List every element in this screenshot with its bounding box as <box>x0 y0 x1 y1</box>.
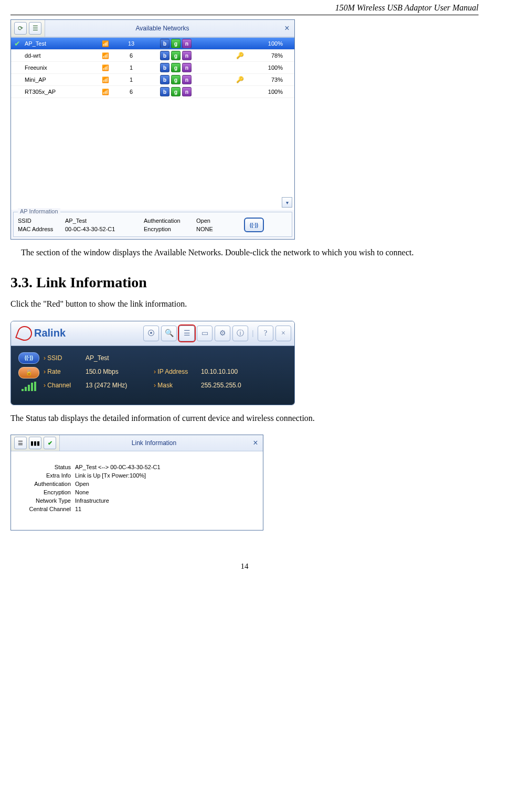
about-icon[interactable]: ⓘ <box>232 326 248 341</box>
label-central-channel: Central Channel <box>17 506 75 512</box>
badge-n-icon: n <box>182 87 192 96</box>
status-icons: ((·)) 🔓 <box>14 351 44 397</box>
titlebar-toolbar: ⟳ ☰ <box>11 20 45 37</box>
badge-g-icon: g <box>171 75 180 84</box>
value-status: AP_Test <--> 00-0C-43-30-52-C1 <box>75 464 257 470</box>
value-central-channel: 11 <box>75 506 257 512</box>
mode-badges: b g n <box>150 75 233 84</box>
badge-g-icon: g <box>171 51 180 60</box>
network-row[interactable]: Mini_AP 📶 1 b g n 🔑 73% <box>11 74 294 86</box>
connect-button[interactable] <box>238 218 270 232</box>
window-title: Link Information <box>60 439 248 447</box>
page-header: 150M Wireless USB Adaptor User Manual <box>10 0 479 15</box>
link-summary-grid: SSID AP_Test Rate 150.0 Mbps IP Address … <box>44 351 288 397</box>
separator: | <box>250 326 256 341</box>
badge-g-icon: g <box>171 39 180 48</box>
badge-b-icon: b <box>160 75 169 84</box>
badge-n-icon: n <box>182 63 192 72</box>
network-row[interactable]: Freeunix 📶 1 b g n 100% <box>11 62 294 74</box>
close-icon[interactable]: × <box>275 326 291 341</box>
antenna-icon: 📶 <box>98 89 113 95</box>
signal-percent: 100% <box>246 40 292 47</box>
label-ssid: SSID <box>18 218 65 224</box>
value-ssid: AP_Test <box>86 354 154 362</box>
check-icon: ✔ <box>11 39 24 48</box>
network-row[interactable]: RT305x_AP 📶 6 b g n 100% <box>11 86 294 98</box>
toolbar: Ralink ⦿ 🔍 ☰ ▭ ⚙ ⓘ | ? × <box>11 321 294 346</box>
stats-tab-icon[interactable]: ✔ <box>44 437 56 449</box>
signal-percent: 73% <box>246 77 292 83</box>
label-status: Status <box>17 464 75 470</box>
badge-g-icon: g <box>171 63 180 72</box>
advanced-icon[interactable]: ⚙ <box>215 326 230 341</box>
window-title: Available Networks <box>45 25 280 32</box>
network-name: AP_Test <box>24 40 98 47</box>
label-ssid: SSID <box>44 354 86 362</box>
value-enc: None <box>75 489 257 495</box>
body-paragraph: The Status tab displays the detailed inf… <box>10 413 479 424</box>
list-icon[interactable]: ☰ <box>29 22 41 35</box>
link-info-grid: Status AP_Test <--> 00-0C-43-30-52-C1 Ex… <box>17 464 257 512</box>
mode-badges: b g n <box>150 51 233 60</box>
label-auth: Authentication <box>144 218 196 224</box>
antenna-icon: 📶 <box>98 77 113 83</box>
badge-g-icon: g <box>171 87 180 96</box>
wifi-icon[interactable]: ⦿ <box>143 326 159 341</box>
ralink-toolbar-window: Ralink ⦿ 🔍 ☰ ▭ ⚙ ⓘ | ? × ((·)) 🔓 SSID <box>10 321 295 405</box>
label-mac: MAC Address <box>18 226 65 232</box>
close-icon[interactable]: × <box>248 438 263 448</box>
value-enc: NONE <box>196 226 238 232</box>
badge-n-icon: n <box>182 39 192 48</box>
ralink-logo: Ralink <box>11 326 72 341</box>
value-mac: 00-0C-43-30-52-C1 <box>65 226 144 232</box>
body-paragraph: The section of the window displays the A… <box>10 247 479 258</box>
window-titlebar: ☰ ▮▮▮ ✔ Link Information × <box>11 435 263 451</box>
badge-n-icon: n <box>182 75 192 84</box>
ralink-swoosh-icon <box>15 324 34 343</box>
value-network-type: Infrastructure <box>75 497 257 504</box>
label-ip: IP Address <box>154 368 201 375</box>
label-enc: Encryption <box>144 226 196 232</box>
available-networks-window: ⟳ ☰ Available Networks × ✔ AP_Test 📶 13 … <box>10 19 295 240</box>
scroll-down-icon[interactable]: ▾ <box>282 197 292 208</box>
label-channel: Channel <box>44 382 86 389</box>
badge-b-icon: b <box>160 63 169 72</box>
search-icon[interactable]: 🔍 <box>161 326 177 341</box>
network-name: dd-wrt <box>24 52 98 59</box>
network-channel: 1 <box>113 64 150 71</box>
body-paragraph: Click the "Red" button to show the link … <box>10 298 479 310</box>
network-list: ✔ AP_Test 📶 13 b g n 100% dd-wrt 📶 6 <box>11 37 294 210</box>
network-row[interactable]: dd-wrt 📶 6 b g n 🔑 78% <box>11 50 294 62</box>
signal-percent: 100% <box>246 64 292 71</box>
antenna-icon <box>244 218 264 232</box>
link-information-window: ☰ ▮▮▮ ✔ Link Information × Status AP_Tes… <box>10 435 263 530</box>
security-icon: 🔑 <box>233 52 246 59</box>
antenna-icon: 📶 <box>98 40 113 47</box>
signal-tab-icon[interactable]: ▮▮▮ <box>29 437 41 449</box>
network-name: Freeunix <box>24 64 98 71</box>
network-row[interactable]: ✔ AP_Test 📶 13 b g n 100% <box>11 38 294 50</box>
section-heading: 3.3. Link Information <box>10 274 479 291</box>
refresh-icon[interactable]: ⟳ <box>14 22 27 35</box>
profile-icon[interactable]: ▭ <box>197 326 212 341</box>
label-network-type: Network Type <box>17 497 75 504</box>
value-channel: 13 (2472 MHz) <box>86 382 154 389</box>
ap-information-box: AP Information SSID AP_Test Authenticati… <box>13 212 292 237</box>
window-titlebar: ⟳ ☰ Available Networks × <box>11 20 294 37</box>
link-info-button[interactable]: ☰ <box>179 326 195 341</box>
close-icon[interactable]: × <box>280 24 294 33</box>
value-auth: Open <box>196 218 238 224</box>
value-mask: 255.255.255.0 <box>201 382 264 389</box>
ap-info-legend: AP Information <box>18 208 60 214</box>
label-auth: Authentication <box>17 481 75 487</box>
antenna-icon: 📶 <box>98 64 113 71</box>
antenna-icon: 📶 <box>98 52 113 59</box>
value-ssid: AP_Test <box>65 218 144 224</box>
value-rate: 150.0 Mbps <box>86 368 154 375</box>
signal-percent: 78% <box>246 52 292 59</box>
help-icon[interactable]: ? <box>258 326 273 341</box>
network-channel: 6 <box>113 52 150 59</box>
status-tab-icon[interactable]: ☰ <box>14 437 27 449</box>
network-channel: 6 <box>113 89 150 95</box>
network-channel: 13 <box>113 40 150 47</box>
